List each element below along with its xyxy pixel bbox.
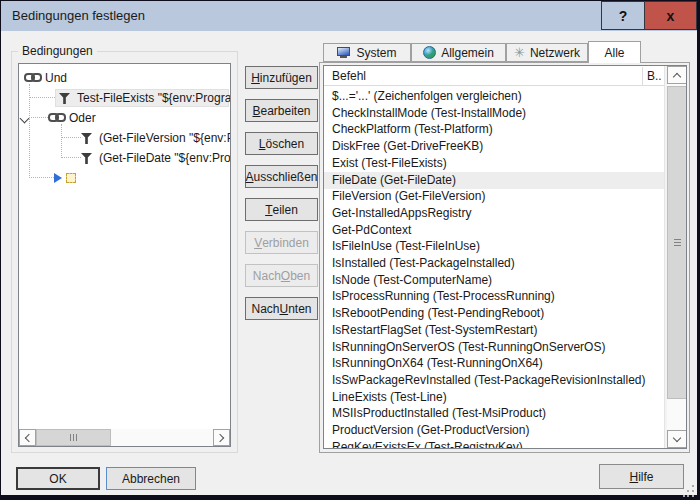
list-row[interactable]: IsNode (Test-ComputerName) xyxy=(324,272,664,289)
action-button-loschen[interactable]: Löschen xyxy=(245,132,318,155)
filter-icon xyxy=(81,133,92,144)
list-row[interactable]: LineExists (Test-Line) xyxy=(324,389,664,406)
list-row[interactable]: IsInstalled (Test-PackageInstalled) xyxy=(324,255,664,272)
tree-item-label: Und xyxy=(45,68,67,88)
tree-item-label: Oder xyxy=(69,108,96,128)
cancel-button-label: Abbrechen xyxy=(122,472,180,486)
chain-link-icon xyxy=(24,73,43,83)
resize-grip-icon[interactable] xyxy=(683,485,695,497)
tree-item-label: Test-FileExists "${env:ProgramFile xyxy=(77,88,231,108)
tab-alle[interactable]: Alle xyxy=(588,41,641,63)
column-header-befehl[interactable]: Befehl xyxy=(332,66,366,86)
list-row[interactable]: IsRunningOnServerOS (Test-RunningOnServe… xyxy=(324,339,664,356)
list-row[interactable]: IsRebootPending (Test-PendingReboot) xyxy=(324,305,664,322)
titlebar-close-button[interactable]: x xyxy=(644,1,697,30)
list-vscroll-up-button[interactable] xyxy=(667,66,687,84)
conditions-tree[interactable]: UndTest-FileExists "${env:ProgramFileOde… xyxy=(18,63,231,447)
action-button-bearbeiten[interactable]: Bearbeiten xyxy=(245,99,318,122)
chevron-down-icon xyxy=(673,433,681,441)
network-icon: ✳ xyxy=(514,46,525,59)
tree-hscroll-left-button[interactable] xyxy=(19,429,36,446)
list-row[interactable]: DiskFree (Get-DriveFreeKB) xyxy=(324,138,664,155)
list-row[interactable]: IsFileInUse (Test-FileInUse) xyxy=(324,238,664,255)
tree-item-insert-placeholder[interactable] xyxy=(19,168,230,188)
list-row[interactable]: MSIIsProductInstalled (Test-MsiProduct) xyxy=(324,405,664,422)
action-button-nach-oben: Nach Oben xyxy=(245,264,318,287)
action-button-nach-unten[interactable]: Nach Unten xyxy=(245,297,318,320)
tab-netzwerk[interactable]: ✳Netzwerk xyxy=(506,43,588,62)
filter-icon xyxy=(81,153,92,164)
tree-hscroll-thumb[interactable] xyxy=(36,429,111,446)
insert-arrow-icon xyxy=(54,173,62,183)
tree-item-oder[interactable]: Oder xyxy=(19,108,230,128)
tree-item-get-fileversion[interactable]: (Get-FileVersion "${env:Progra xyxy=(19,128,230,148)
tab-allgemein[interactable]: Allgemein xyxy=(411,43,506,62)
list-vscrollbar xyxy=(664,66,686,448)
tree-hscroll-right-button[interactable] xyxy=(213,429,230,446)
action-button-hinzufugen[interactable]: Hinzufügen xyxy=(245,66,318,89)
help-button[interactable]: Hilfe xyxy=(599,464,684,489)
tab-system[interactable]: System xyxy=(323,43,411,62)
tree-item-und[interactable]: Und xyxy=(19,68,230,88)
list-vscroll-down-button[interactable] xyxy=(667,430,687,448)
list-row[interactable]: Get-InstalledAppsRegistry xyxy=(324,205,664,222)
list-row[interactable]: RegKeyExistsEx (Test-RegistryKey) xyxy=(324,439,664,448)
action-button-teilen[interactable]: Teilen xyxy=(245,198,318,221)
tree-item-test-fileexists[interactable]: Test-FileExists "${env:ProgramFile xyxy=(19,88,230,108)
insert-placeholder-icon xyxy=(66,173,76,183)
tab-label: Netzwerk xyxy=(530,46,580,60)
list-row[interactable]: IsRunningOnX64 (Test-RunningOnX64) xyxy=(324,355,664,372)
list-row[interactable]: CheckPlatform (Test-Platform) xyxy=(324,121,664,138)
globe-icon xyxy=(423,46,436,59)
list-row[interactable]: CheckInstallMode (Test-InstallMode) xyxy=(324,105,664,122)
action-button-verbinden: Verbinden xyxy=(245,231,318,254)
list-row[interactable]: FileVersion (Get-FileVersion) xyxy=(324,188,664,205)
chevron-left-icon xyxy=(25,433,33,441)
list-rows: $...='...' (Zeichenfolgen vergleichen)Ch… xyxy=(324,86,664,448)
ok-button-label: OK xyxy=(49,472,66,486)
chevron-right-icon xyxy=(216,433,224,441)
list-row[interactable]: $...='...' (Zeichenfolgen vergleichen) xyxy=(324,88,664,105)
list-header: Befehl B.. xyxy=(324,66,686,86)
tree-item-label: (Get-FileDate "${env:Program xyxy=(99,148,231,168)
tab-label: Allgemein xyxy=(441,46,494,60)
list-row[interactable]: Exist (Test-FileExists) xyxy=(324,155,664,172)
tree-item-label: (Get-FileVersion "${env:Progra xyxy=(99,128,231,148)
chain-link-icon xyxy=(48,113,67,123)
list-vscroll-thumb[interactable] xyxy=(667,86,687,399)
list-row[interactable]: IsRestartFlagSet (Test-SystemRestart) xyxy=(324,322,664,339)
tab-label: Alle xyxy=(604,46,624,60)
tree-expander-icon[interactable] xyxy=(20,114,30,124)
list-row[interactable]: FileDate (Get-FileDate) xyxy=(324,172,664,189)
tree-item-get-filedate[interactable]: (Get-FileDate "${env:Program xyxy=(19,148,230,168)
column-header-b[interactable]: B.. xyxy=(647,66,662,86)
window-title: Bedingungen festlegen xyxy=(12,1,145,31)
list-row[interactable]: ProductVersion (Get-ProductVersion) xyxy=(324,422,664,439)
chevron-up-icon xyxy=(673,72,681,80)
close-icon: x xyxy=(667,8,675,24)
action-button-ausschliessen[interactable]: Ausschließen xyxy=(245,165,318,188)
help-icon: ? xyxy=(619,8,628,24)
ok-button[interactable]: OK xyxy=(16,467,100,490)
cancel-button[interactable]: Abbrechen xyxy=(106,467,196,490)
list-row[interactable]: IsProcessRunning (Test-ProcessRunning) xyxy=(324,288,664,305)
tab-label: System xyxy=(356,46,396,60)
titlebar: Bedingungen festlegen ? x xyxy=(1,1,697,31)
dialog-window: Bedingungen festlegen ? x Bedingungen Un… xyxy=(0,0,700,500)
conditions-group-label: Bedingungen xyxy=(18,44,97,58)
monitor-icon xyxy=(337,47,351,59)
command-list: Befehl B.. $...='...' (Zeichenfolgen ver… xyxy=(323,65,687,449)
titlebar-help-button[interactable]: ? xyxy=(601,1,645,30)
list-row[interactable]: IsSwPackageRevInstalled (Test-PackageRev… xyxy=(324,372,664,389)
list-row[interactable]: Get-PdContext xyxy=(324,222,664,239)
column-divider[interactable] xyxy=(642,67,643,85)
